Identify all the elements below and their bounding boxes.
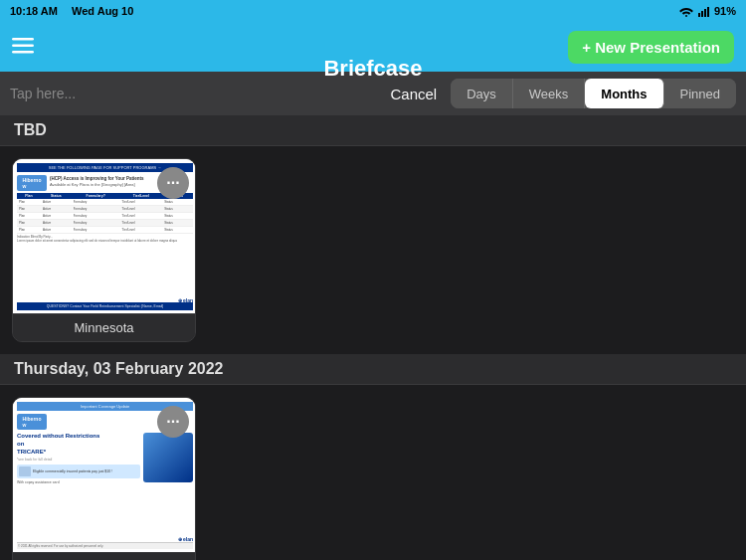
svg-rect-5 [12, 45, 34, 48]
card-dr-rarick[interactable]: Important Coverage Update Hibernow Cover… [12, 397, 196, 560]
tab-weeks[interactable]: Weeks [513, 79, 586, 108]
card-thumbnail-dr-rarick: Important Coverage Update Hibernow Cover… [13, 398, 196, 552]
svg-rect-4 [12, 38, 34, 41]
tab-months[interactable]: Months [585, 79, 663, 108]
status-right: 91% [678, 5, 736, 17]
header: Briefcase + New Presentation [0, 22, 746, 72]
status-left: 10:18 AM Wed Aug 10 [10, 5, 133, 17]
new-presentation-button[interactable]: + New Presentation [568, 31, 734, 64]
tab-days[interactable]: Days [451, 79, 513, 108]
battery-label: 91% [714, 5, 736, 17]
signal-icon [698, 6, 710, 17]
section-header-tbd: TBD [0, 115, 746, 146]
status-bar: 10:18 AM Wed Aug 10 91% [0, 0, 746, 22]
tab-group: Days Weeks Months Pinned [451, 79, 736, 108]
menu-icon[interactable] [12, 37, 34, 57]
cards-row-thursday: Important Coverage Update Hibernow Cover… [0, 385, 746, 560]
wifi-icon [678, 6, 694, 17]
svg-rect-2 [704, 9, 706, 17]
search-placeholder[interactable]: Tap here... [10, 86, 376, 101]
svg-rect-1 [701, 11, 703, 17]
more-options-button-dr-rarick[interactable]: ··· [157, 406, 189, 438]
svg-rect-3 [707, 7, 709, 17]
tab-pinned[interactable]: Pinned [664, 79, 736, 108]
section-header-thursday: Thursday, 03 February 2022 [0, 354, 746, 385]
page-title: Briefcase [323, 44, 422, 93]
content-area: TBD SEE THE FOLLOWING PAGE FOR SUPPORT P… [0, 115, 746, 560]
cards-row-tbd: SEE THE FOLLOWING PAGE FOR SUPPORT PROGR… [0, 146, 746, 354]
time-label: 10:18 AM [10, 5, 58, 17]
date-label: Wed Aug 10 [72, 5, 133, 17]
card-minnesota[interactable]: SEE THE FOLLOWING PAGE FOR SUPPORT PROGR… [12, 158, 196, 342]
card-label-dr-rarick: Dr. Rarick [13, 552, 195, 560]
card-label-minnesota: Minnesota [13, 313, 195, 341]
card-thumbnail-minnesota: SEE THE FOLLOWING PAGE FOR SUPPORT PROGR… [13, 159, 196, 313]
more-options-button-minnesota[interactable]: ··· [157, 167, 189, 199]
svg-rect-6 [12, 51, 34, 54]
svg-rect-0 [698, 13, 700, 17]
